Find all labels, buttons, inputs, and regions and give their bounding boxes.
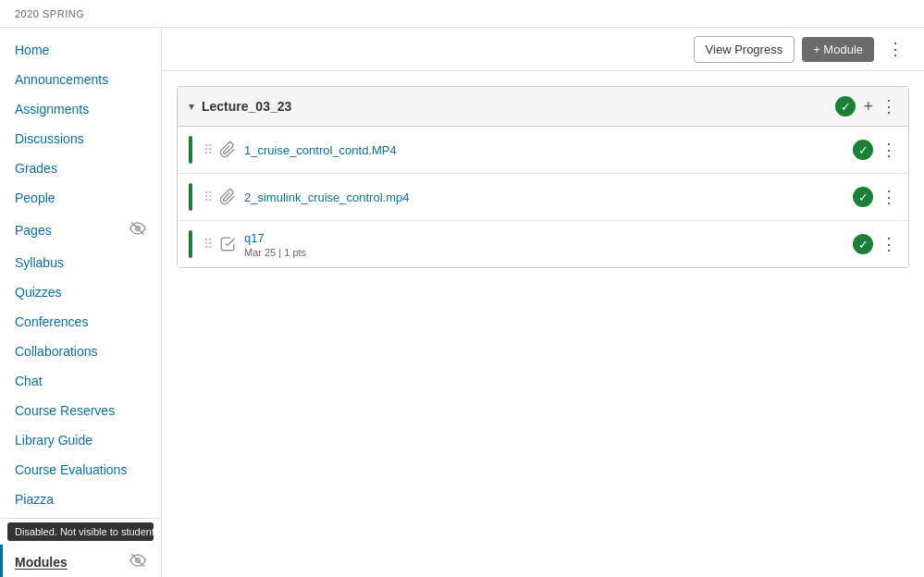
- sidebar-item-course-reserves[interactable]: Course Reserves: [0, 396, 161, 425]
- item-subtitle: Mar 25 | 1 pts: [244, 247, 845, 258]
- drag-handle-icon[interactable]: ⠿: [203, 142, 211, 157]
- sidebar-item-modules[interactable]: Modules: [0, 545, 161, 577]
- sidebar-item-syllabus[interactable]: Syllabus: [0, 248, 161, 277]
- item-status-bar: [189, 183, 192, 211]
- sidebar-item-label-quizzes: Quizzes: [15, 285, 62, 300]
- add-module-button[interactable]: + Module: [802, 37, 874, 62]
- sidebar-item-label-discussions: Discussions: [15, 131, 84, 146]
- sidebar-item-label-collaborations: Collaborations: [15, 344, 98, 359]
- item-options-button[interactable]: ⋮: [881, 234, 897, 254]
- sidebar-item-course-evaluations[interactable]: Course Evaluations: [0, 455, 161, 485]
- sidebar-bottom: Disabled. Not visible to students Module…: [0, 518, 161, 577]
- sidebar-item-pages[interactable]: Pages: [0, 213, 161, 248]
- module-list-item: ⠿ 2_simulink_cruise_control.mp4✓⋮: [178, 174, 908, 221]
- item-completed-icon: ✓: [853, 234, 873, 254]
- module-list-item: ⠿ q17Mar 25 | 1 pts✓⋮: [178, 221, 908, 267]
- sidebar-item-label-syllabus: Syllabus: [15, 255, 64, 270]
- sidebar-item-assignments[interactable]: Assignments: [0, 94, 161, 124]
- sidebar-item-label-piazza: Piazza: [15, 492, 54, 507]
- view-progress-button[interactable]: View Progress: [694, 36, 795, 63]
- sidebar-item-home[interactable]: Home: [0, 35, 161, 65]
- sidebar-item-discussions[interactable]: Discussions: [0, 124, 161, 153]
- content-header: View Progress + Module ⋮: [162, 28, 924, 71]
- item-status-bar: [189, 136, 192, 164]
- sidebar-item-label-people: People: [15, 190, 55, 205]
- module-collapse-chevron[interactable]: ▾: [189, 100, 194, 113]
- item-title[interactable]: 1_cruise_control_contd.MP4: [244, 143, 845, 157]
- sidebar-item-label-pages: Pages: [15, 223, 52, 238]
- item-status-bar: [189, 230, 192, 258]
- drag-handle-icon[interactable]: ⠿: [203, 190, 211, 204]
- sidebar-item-quizzes[interactable]: Quizzes: [0, 277, 161, 307]
- sidebar: HomeAnnouncementsAssignmentsDiscussionsG…: [0, 28, 162, 577]
- sidebar-item-collaborations[interactable]: Collaborations: [0, 337, 161, 366]
- item-title[interactable]: q17: [244, 231, 845, 245]
- sidebar-item-label-announcements: Announcements: [15, 72, 108, 87]
- sidebar-item-label-chat: Chat: [15, 374, 43, 388]
- sidebar-item-label-home: Home: [15, 43, 49, 57]
- sidebar-item-people[interactable]: People: [0, 183, 161, 213]
- module-completed-icon: ✓: [835, 96, 856, 117]
- sidebar-item-label-assignments: Assignments: [15, 102, 89, 117]
- sidebar-item-conferences[interactable]: Conferences: [0, 307, 161, 337]
- module-lecture_03_23: ▾Lecture_03_23✓+⋮⠿ 1_cruise_control_cont…: [177, 86, 909, 268]
- sidebar-item-label-grades: Grades: [15, 161, 57, 176]
- module-header: ▾Lecture_03_23✓+⋮: [178, 87, 908, 127]
- module-list-item: ⠿ 1_cruise_control_contd.MP4✓⋮: [178, 127, 908, 174]
- modules-tooltip: Disabled. Not visible to students: [7, 522, 154, 541]
- sidebar-item-label-conferences: Conferences: [15, 314, 88, 329]
- modules-eye-icon[interactable]: [129, 552, 146, 572]
- sidebar-item-library-guide[interactable]: Library Guide: [0, 425, 161, 455]
- item-options-button[interactable]: ⋮: [881, 140, 897, 160]
- sidebar-item-label-course-evaluations: Course Evaluations: [15, 462, 127, 477]
- attachment-icon: [218, 188, 237, 206]
- quiz-icon: [218, 235, 237, 253]
- sidebar-item-label-course-reserves: Course Reserves: [15, 403, 115, 418]
- sidebar-item-label-library-guide: Library Guide: [15, 433, 92, 448]
- course-label: 2020 SPRING: [15, 8, 84, 19]
- attachment-icon: [218, 141, 237, 159]
- item-completed-icon: ✓: [853, 187, 873, 207]
- drag-handle-icon[interactable]: ⠿: [203, 237, 211, 252]
- more-options-button[interactable]: ⋮: [881, 35, 909, 63]
- sidebar-item-chat[interactable]: Chat: [0, 366, 161, 396]
- pages-eye-icon[interactable]: [129, 220, 146, 240]
- item-title[interactable]: 2_simulink_cruise_control.mp4: [244, 190, 845, 204]
- content-area: View Progress + Module ⋮ ▾Lecture_03_23✓…: [162, 28, 924, 577]
- module-title: Lecture_03_23: [202, 99, 828, 114]
- sidebar-item-piazza[interactable]: Piazza: [0, 485, 161, 514]
- module-add-item-button[interactable]: +: [863, 97, 873, 117]
- item-completed-icon: ✓: [853, 140, 873, 160]
- item-options-button[interactable]: ⋮: [881, 187, 897, 207]
- modules-container: ▾Lecture_03_23✓+⋮⠿ 1_cruise_control_cont…: [162, 71, 924, 298]
- sidebar-item-modules-label: Modules: [15, 555, 68, 570]
- sidebar-item-announcements[interactable]: Announcements: [0, 65, 161, 94]
- sidebar-item-grades[interactable]: Grades: [0, 153, 161, 183]
- module-options-button[interactable]: ⋮: [881, 96, 897, 117]
